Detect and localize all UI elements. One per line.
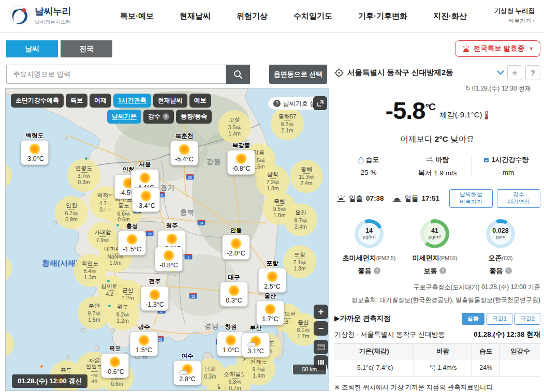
map-mode-button[interactable]: 특보 — [66, 94, 87, 108]
zoom-out-button[interactable]: − — [314, 321, 328, 336]
external-link-button[interactable] — [313, 96, 327, 110]
map-mode-row2: 날씨기온강수?풍향/풍속 — [107, 110, 212, 124]
chevron-down-icon[interactable] — [497, 70, 504, 75]
refresh-icon[interactable]: ↻ — [465, 85, 471, 92]
nav-item[interactable]: 위험기상 — [237, 11, 268, 21]
district-select-button[interactable]: 읍면동으로 선택 — [269, 65, 327, 84]
station-name: 인천 — [66, 202, 77, 208]
gauge-ring: 14µg/m³ — [355, 219, 384, 248]
search-input[interactable] — [6, 65, 226, 84]
sea-station[interactable]: 연평도3.7㎧0.3m — [67, 159, 100, 192]
city-name: 홍성 — [118, 222, 146, 230]
sea-station[interactable]: 동해579.2㎧2.1m — [271, 107, 304, 140]
sun-icon — [225, 335, 237, 346]
map-mode-label: 현재날씨 — [158, 96, 183, 105]
caret-down-icon: ▼ — [529, 46, 534, 51]
precip-video-button[interactable]: 강수체감영상 — [497, 189, 540, 208]
sea-station[interactable]: 동해11.3㎧2.4m — [290, 160, 323, 193]
star-icon: ★ — [511, 68, 518, 78]
station-value: 0.9m — [65, 217, 77, 223]
location-help-button[interactable]: ? — [525, 65, 540, 80]
sea-station[interactable]: 고성3.5㎧1.4m — [218, 110, 251, 143]
help-icon[interactable]: ? — [374, 267, 380, 274]
obs-col-header: 바람 — [414, 343, 472, 359]
sea-station[interactable]: 0 — [5, 254, 12, 283]
sea-station[interactable]: 3 — [5, 161, 12, 190]
favorite-button[interactable]: ★ — [507, 65, 522, 80]
nav-item[interactable]: 지진·화산 — [433, 11, 467, 21]
tab-weather[interactable]: 날씨 — [6, 40, 58, 57]
zoom-in-button[interactable]: + — [314, 305, 328, 319]
stat-label: 습도 — [366, 155, 379, 164]
kma-logo[interactable]: 날씨누리 날씨정보시스템 — [9, 5, 71, 26]
city-name: 창원 — [217, 323, 245, 331]
ruler-button[interactable] — [314, 340, 328, 354]
air-quality-gauge[interactable]: 41µg/m³미세먼지(PM10)보통? — [404, 219, 465, 276]
help-icon[interactable]: ? — [505, 267, 512, 274]
city-weather-card[interactable]: 안동-2.0°C — [222, 227, 250, 260]
city-weather-card[interactable]: 홍성-1.5°C — [118, 222, 146, 255]
gauge-ring: 0.028ppm — [486, 219, 515, 248]
nearby-tab-극값2[interactable]: 극값2 — [514, 313, 540, 325]
search-button[interactable] — [226, 65, 250, 84]
city-weather-card[interactable]: -3.4°C — [132, 187, 160, 212]
portal-link[interactable]: 기상청 누리집 바로가기 › — [494, 7, 535, 25]
city-weather-card[interactable]: 백령도-3.0°C — [21, 132, 49, 165]
nearby-tab-실황[interactable]: 실황 — [462, 313, 484, 325]
stats-row: 습도25 %바람북서 1.9 m/s1시간강수량- mm — [334, 155, 540, 178]
city-weather-card[interactable]: 북강릉-0.8°C — [227, 142, 255, 175]
nav-item[interactable]: 현재날씨 — [180, 11, 211, 21]
sun-icon — [138, 335, 150, 346]
map-mode-button[interactable]: 예보 — [189, 94, 211, 108]
help-icon[interactable]: ? — [439, 267, 446, 274]
nav-item[interactable]: 수치일기도 — [293, 11, 332, 21]
aws-dot — [108, 304, 111, 308]
map-mode-button[interactable]: 강수? — [143, 110, 174, 124]
city-weather-card[interactable]: 창원1.0°C — [217, 323, 245, 356]
weather-commentary-button[interactable]: 날씨해설바로가기 — [449, 189, 493, 208]
city-weather-card[interactable]: 전주-1.3°C — [141, 278, 169, 311]
city-weather-card[interactable]: 포항2.5°C — [258, 260, 286, 293]
sea-station[interactable]: 인천6.7㎧0.9m — [55, 196, 88, 229]
city-weather-card[interactable]: 여수2.8°C — [173, 352, 201, 385]
weather-map[interactable]: 15251452427122510351555강원경기충북전남경남황해(서해)고… — [5, 88, 329, 391]
city-weather-card[interactable]: 대구0.3°C — [220, 274, 248, 307]
station-name: 죽변 — [274, 198, 285, 204]
national-alert-button[interactable]: 전국특보 발효중 ▼ — [455, 40, 540, 57]
air-quality-gauges: 14µg/m³초미세먼지(PM2.5)좋음?41µg/m³미세먼지(PM10)보… — [334, 219, 540, 276]
city-weather-card[interactable]: 북춘천-5.4°C — [170, 132, 198, 165]
map-scale: 50 km — [292, 365, 327, 374]
city-weather-card[interactable]: 울산1.7°C — [256, 292, 284, 325]
map-mode-button[interactable]: 1시간관측 — [113, 94, 151, 108]
nav-item[interactable]: 기후·기후변화 — [358, 11, 407, 21]
map-mode-button[interactable]: 어제 — [90, 94, 111, 108]
station-name: 홍도 — [61, 367, 72, 373]
observation-table-header: 기온(체감)바람습도일강수 — [334, 343, 540, 359]
nav-item[interactable]: 특보·예보 — [120, 11, 154, 21]
nearby-tab-극값1[interactable]: 극값1 — [487, 313, 512, 325]
air-quality-gauge[interactable]: 0.028ppm오존(O3)좋음? — [470, 219, 531, 276]
city-weather-card[interactable]: 광주1.5°C — [130, 323, 158, 356]
obs-cell: -5.1°c(-7.4°c) — [334, 359, 414, 376]
city-name: 안동 — [222, 227, 250, 234]
tab-national[interactable]: 전국 — [61, 40, 112, 57]
weather-card-box: -2.0°C — [222, 235, 250, 260]
map-mode-label: 초단기강수예측 — [16, 96, 59, 105]
sea-station[interactable]: 울진9.7㎧2.4m — [284, 203, 317, 236]
sea-station[interactable]: 포항7.1㎧1.8m — [283, 245, 316, 278]
city-weather-card[interactable]: 부산3.1°C — [242, 324, 270, 357]
map-mode-button[interactable]: 풍향/풍속 — [176, 110, 212, 124]
city-weather-card[interactable]: -0.8°C — [155, 247, 183, 272]
map-mode-button[interactable]: 현재날씨 — [153, 94, 187, 108]
city-name: 대구 — [220, 274, 248, 281]
sun-icon — [140, 190, 152, 202]
help-icon: ? — [163, 113, 169, 120]
city-temperature: -2.0°C — [223, 250, 249, 257]
external-link-icon — [317, 100, 324, 107]
air-quality-gauge[interactable]: 14µg/m³초미세먼지(PM2.5)좋음? — [339, 219, 400, 276]
city-weather-card[interactable]: 목포-0.6°C — [101, 345, 129, 378]
sea-station[interactable]: 90 — [5, 329, 14, 358]
obs-col-header: 일강수 — [500, 343, 540, 359]
map-mode-button[interactable]: 초단기강수예측 — [11, 94, 64, 108]
map-mode-button[interactable]: 날씨기온 — [107, 110, 141, 124]
